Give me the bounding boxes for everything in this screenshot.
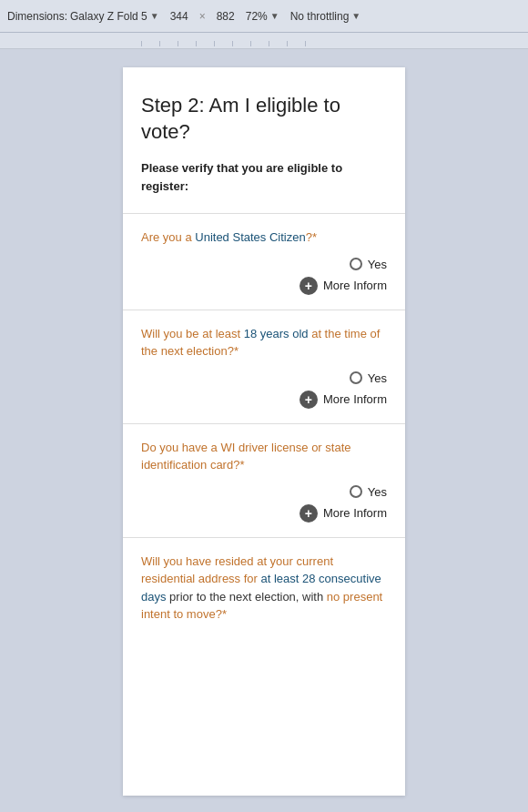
zoom-chevron-icon: ▼: [270, 11, 279, 21]
ruler-mark: [287, 41, 305, 46]
ruler-mark: [305, 41, 323, 46]
toolbar: Dimensions: Galaxy Z Fold 5 ▼ 344 × 882 …: [0, 0, 528, 33]
form-card: Step 2: Am I eligible to vote? Please ve…: [123, 67, 405, 796]
q2-yes-label: Yes: [368, 371, 387, 385]
q2-yes-radio[interactable]: [350, 371, 362, 384]
throttling-selector[interactable]: No throttling ▼: [290, 10, 361, 23]
q2-more-info-row: + More Inform: [141, 391, 387, 409]
question-4-block: Will you have resided at your current re…: [141, 553, 387, 624]
q4-text-part2: ent: [317, 554, 333, 568]
header-divider: [123, 213, 405, 214]
dimensions-selector[interactable]: Dimensions: Galaxy Z Fold 5 ▼: [7, 10, 159, 23]
question-2-block: Will you be at least 18 years old at the…: [141, 325, 387, 409]
q1-text-part2: United States Citizen: [195, 230, 305, 244]
q1-more-info-button[interactable]: +: [300, 277, 318, 295]
q2-text-part2: 18 years old: [244, 327, 309, 340]
dimension-cross: ×: [199, 10, 206, 23]
ruler-mark: [250, 41, 269, 46]
device-chevron-icon: ▼: [150, 11, 159, 21]
zoom-selector[interactable]: 72% ▼: [246, 10, 279, 23]
q1-more-info-label: More Inform: [323, 279, 387, 292]
q1-divider: [123, 310, 405, 310]
question-1-block: Are you a United States Citizen?* Yes + …: [141, 228, 387, 295]
q3-answer-row: Yes: [141, 485, 387, 499]
q1-text-part3: ?*: [306, 230, 317, 244]
q2-answer-row: Yes: [141, 371, 387, 385]
q2-more-info-label: More Inform: [323, 392, 387, 406]
dimensions-label: Dimensions:: [7, 10, 67, 23]
q2-more-info-button[interactable]: +: [300, 391, 318, 409]
q3-more-info-row: + More Inform: [141, 504, 387, 523]
ruler-mark: [269, 41, 287, 46]
ruler: [0, 33, 528, 49]
ruler-mark: [141, 41, 159, 46]
question-4-text: Will you have resided at your current re…: [141, 553, 387, 624]
step-subtitle: Please verify that you are eligible to r…: [141, 159, 387, 195]
q1-answer-row: Yes: [141, 258, 387, 271]
content-area: Step 2: Am I eligible to vote? Please ve…: [0, 49, 528, 812]
q1-more-info-row: + More Inform: [141, 277, 387, 295]
q4-text-part3: residential address for: [141, 572, 261, 585]
question-1-text: Are you a United States Citizen?*: [141, 228, 387, 247]
ruler-mark: [214, 41, 232, 46]
q3-divider: [123, 537, 405, 538]
step-title: Step 2: Am I eligible to vote?: [141, 93, 387, 145]
question-3-block: Do you have a WI driver license or state…: [141, 439, 387, 523]
q4-text-part1: Will you have resided at your curr: [141, 554, 317, 568]
q4-text-black1: prior to the next election, with: [169, 590, 327, 604]
q1-yes-label: Yes: [368, 258, 387, 271]
q2-text-part1: Will you be at least: [141, 327, 244, 340]
q2-divider: [123, 423, 405, 424]
ruler-mark: [178, 41, 196, 46]
ruler-marks: [0, 33, 528, 48]
height-value: 882: [217, 10, 235, 23]
q3-yes-radio[interactable]: [350, 485, 362, 498]
throttling-value: No throttling: [290, 10, 350, 23]
q1-yes-radio[interactable]: [350, 258, 362, 270]
q3-more-info-label: More Inform: [323, 506, 387, 520]
q3-yes-label: Yes: [368, 485, 387, 499]
q3-text-part1: Do you have a WI driver license or state…: [141, 441, 351, 472]
q1-text-part1: Are you a: [141, 230, 195, 244]
ruler-mark: [232, 41, 250, 46]
throttling-chevron-icon: ▼: [351, 11, 360, 21]
question-2-text: Will you be at least 18 years old at the…: [141, 325, 387, 360]
ruler-mark: [196, 41, 214, 46]
q3-more-info-button[interactable]: +: [300, 504, 318, 523]
width-value: 344: [170, 10, 188, 23]
question-3-text: Do you have a WI driver license or state…: [141, 439, 387, 474]
ruler-mark: [159, 41, 178, 46]
zoom-value: 72%: [246, 10, 268, 23]
device-name: Galaxy Z Fold 5: [70, 10, 147, 23]
